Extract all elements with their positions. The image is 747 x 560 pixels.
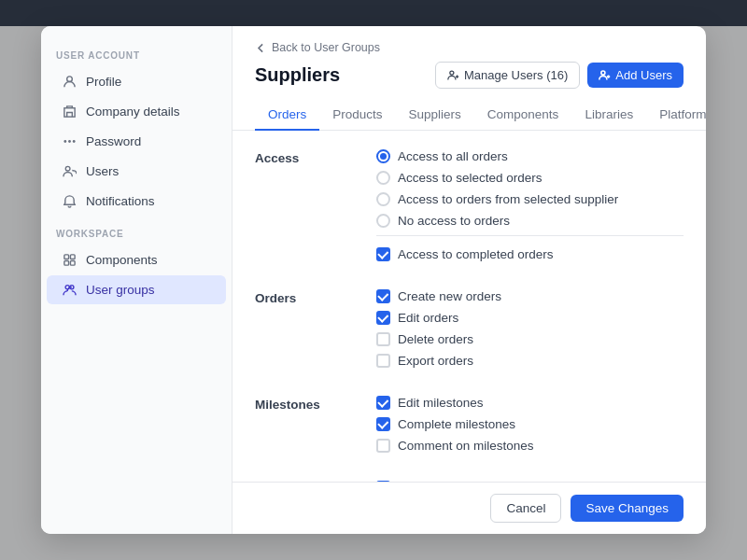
dots-icon bbox=[62, 133, 78, 149]
main-header: Back to User Groups Suppliers Manage Use… bbox=[233, 26, 706, 131]
modal: USER ACCOUNT Profile Company details bbox=[41, 26, 706, 534]
access-label: Access bbox=[255, 149, 376, 269]
modal-footer: Cancel Save Changes bbox=[233, 482, 706, 534]
sidebar-item-users[interactable]: Users bbox=[47, 157, 226, 186]
back-link-label: Back to User Groups bbox=[272, 41, 380, 54]
milestones-options: Edit milestones Complete milestones Comm… bbox=[376, 396, 684, 460]
sidebar-item-user-groups[interactable]: User groups bbox=[47, 275, 226, 304]
radio-all-orders-input[interactable] bbox=[376, 149, 390, 163]
manage-users-icon bbox=[447, 69, 459, 81]
radio-no-orders-label: No access to orders bbox=[398, 214, 510, 228]
radio-all-orders-label: Access to all orders bbox=[398, 149, 508, 163]
radio-selected-orders[interactable]: Access to selected orders bbox=[376, 171, 684, 185]
svg-rect-8 bbox=[64, 260, 69, 265]
checkbox-edit-orders-input[interactable] bbox=[376, 311, 390, 325]
checkbox-edit-milestones-input[interactable] bbox=[376, 396, 390, 410]
svg-point-5 bbox=[65, 166, 70, 171]
tab-products[interactable]: Products bbox=[319, 100, 395, 131]
checkbox-export-orders-label: Export orders bbox=[398, 354, 473, 368]
orders-section: Orders Create new orders Edit orders Del… bbox=[255, 289, 684, 375]
radio-supplier-orders-input[interactable] bbox=[376, 192, 390, 206]
sidebar-item-company[interactable]: Company details bbox=[47, 97, 226, 126]
grid-icon bbox=[62, 252, 78, 268]
tab-components[interactable]: Components bbox=[474, 100, 572, 131]
milestones-label: Milestones bbox=[255, 396, 376, 460]
checkbox-complete-milestones-label: Complete milestones bbox=[398, 417, 515, 431]
radio-selected-orders-input[interactable] bbox=[376, 171, 390, 185]
building-icon bbox=[62, 104, 78, 119]
checkbox-complete-milestones[interactable]: Complete milestones bbox=[376, 417, 684, 431]
radio-all-orders[interactable]: Access to all orders bbox=[376, 149, 684, 163]
svg-point-3 bbox=[68, 140, 71, 143]
add-users-icon bbox=[599, 69, 611, 81]
header-row: Suppliers Manage Users (16) bbox=[255, 62, 684, 89]
permissions-content: Access Access to all orders Access to se… bbox=[233, 131, 706, 482]
users-group-icon bbox=[62, 282, 78, 298]
add-users-label: Add Users bbox=[615, 68, 672, 82]
back-link[interactable]: Back to User Groups bbox=[255, 41, 684, 54]
sidebar-item-notifications[interactable]: Notifications bbox=[47, 187, 226, 216]
access-divider bbox=[376, 235, 684, 236]
svg-point-13 bbox=[601, 71, 605, 75]
radio-no-orders[interactable]: No access to orders bbox=[376, 214, 684, 228]
checkbox-create-orders[interactable]: Create new orders bbox=[376, 289, 684, 303]
sidebar-item-components[interactable]: Components bbox=[47, 245, 226, 274]
sidebar-item-password-label: Password bbox=[86, 134, 141, 148]
access-section: Access Access to all orders Access to se… bbox=[255, 149, 684, 269]
checkbox-edit-milestones-label: Edit milestones bbox=[398, 396, 484, 410]
checkbox-completed-orders-input[interactable] bbox=[376, 247, 390, 261]
header-actions: Manage Users (16) Add Users bbox=[435, 62, 684, 89]
checkbox-edit-orders[interactable]: Edit orders bbox=[376, 311, 684, 325]
svg-point-12 bbox=[450, 71, 454, 75]
sidebar-section-workspace: WORKSPACE bbox=[41, 229, 232, 245]
radio-no-orders-input[interactable] bbox=[376, 214, 390, 228]
checkbox-completed-orders-label: Access to completed orders bbox=[398, 247, 554, 261]
cancel-button[interactable]: Cancel bbox=[490, 494, 561, 523]
sidebar-item-company-label: Company details bbox=[86, 105, 180, 119]
sidebar-item-components-label: Components bbox=[86, 253, 158, 267]
sidebar-item-password[interactable]: Password bbox=[47, 127, 226, 156]
checkbox-comment-milestones-label: Comment on milestones bbox=[398, 439, 534, 453]
radio-supplier-orders-label: Access to orders from selected supplier bbox=[398, 192, 618, 206]
sidebar: USER ACCOUNT Profile Company details bbox=[41, 26, 233, 534]
checkbox-edit-orders-label: Edit orders bbox=[398, 311, 458, 325]
svg-rect-6 bbox=[64, 255, 69, 259]
add-users-button[interactable]: Add Users bbox=[587, 63, 684, 88]
svg-point-2 bbox=[63, 140, 66, 143]
checkbox-export-orders-input[interactable] bbox=[376, 354, 390, 368]
svg-point-0 bbox=[67, 77, 73, 82]
tab-orders[interactable]: Orders bbox=[255, 100, 319, 131]
tab-libraries[interactable]: Libraries bbox=[571, 100, 646, 131]
back-arrow-icon bbox=[255, 42, 267, 54]
tab-suppliers[interactable]: Suppliers bbox=[396, 100, 474, 131]
checkbox-edit-milestones[interactable]: Edit milestones bbox=[376, 396, 684, 410]
svg-point-4 bbox=[73, 140, 76, 143]
checkbox-comment-milestones[interactable]: Comment on milestones bbox=[376, 439, 684, 453]
sidebar-item-profile-label: Profile bbox=[86, 75, 121, 89]
checkbox-delete-orders-input[interactable] bbox=[376, 332, 390, 346]
orders-label: Orders bbox=[255, 289, 376, 375]
save-button[interactable]: Save Changes bbox=[571, 495, 684, 522]
orders-options: Create new orders Edit orders Delete ord… bbox=[376, 289, 684, 375]
checkbox-delete-orders-label: Delete orders bbox=[398, 332, 473, 346]
sidebar-item-user-groups-label: User groups bbox=[86, 283, 155, 297]
checkbox-create-orders-input[interactable] bbox=[376, 289, 390, 303]
sidebar-item-profile[interactable]: Profile bbox=[47, 67, 226, 96]
tabs: Orders Products Suppliers Components Lib… bbox=[255, 100, 684, 130]
checkbox-delete-orders[interactable]: Delete orders bbox=[376, 332, 684, 346]
radio-selected-orders-label: Access to selected orders bbox=[398, 171, 543, 185]
milestones-section: Milestones Edit milestones Complete mile… bbox=[255, 396, 684, 460]
tab-platform[interactable]: Platform bbox=[646, 100, 706, 131]
main-content: Back to User Groups Suppliers Manage Use… bbox=[233, 26, 706, 534]
checkbox-export-orders[interactable]: Export orders bbox=[376, 354, 684, 368]
person-icon bbox=[62, 74, 78, 90]
checkbox-comment-milestones-input[interactable] bbox=[376, 439, 390, 453]
checkbox-completed-orders[interactable]: Access to completed orders bbox=[376, 247, 684, 261]
page-title: Suppliers bbox=[255, 64, 340, 86]
sidebar-item-users-label: Users bbox=[86, 164, 119, 178]
sidebar-section-user-account: USER ACCOUNT bbox=[41, 50, 232, 66]
manage-users-button[interactable]: Manage Users (16) bbox=[435, 62, 580, 89]
checkbox-complete-milestones-input[interactable] bbox=[376, 417, 390, 431]
radio-supplier-orders[interactable]: Access to orders from selected supplier bbox=[376, 192, 684, 206]
users-icon bbox=[62, 163, 78, 179]
